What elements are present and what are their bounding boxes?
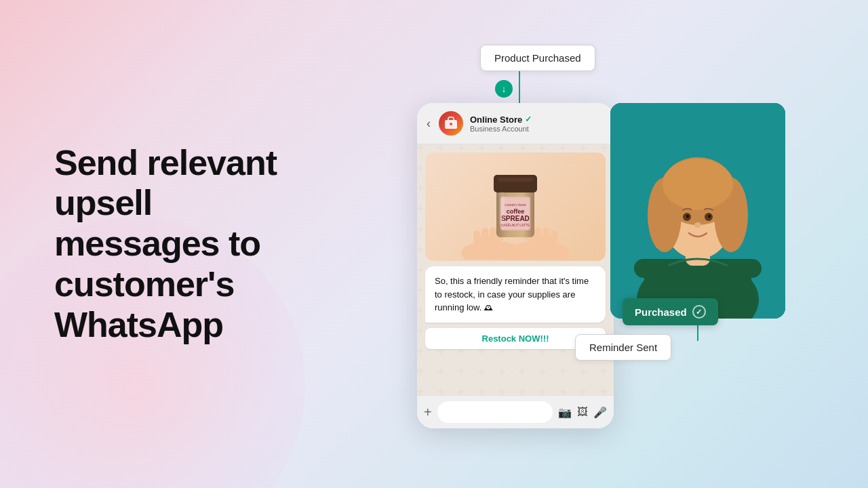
trigger-node-label: Product Purchased <box>494 52 581 64</box>
svg-text:country bean: country bean <box>505 203 526 207</box>
headline-line3: customer's WhatsApp <box>54 264 234 344</box>
svg-rect-15 <box>481 228 488 240</box>
store-avatar <box>439 111 463 136</box>
reminder-sent-node: Reminder Sent <box>575 334 671 361</box>
image-icon[interactable]: 🖼 <box>577 406 588 419</box>
headline-line2: messages to <box>54 224 260 263</box>
svg-rect-16 <box>490 227 496 239</box>
svg-text:HAZELNUT LATTE: HAZELNUT LATTE <box>501 223 531 227</box>
trigger-node: Product Purchased <box>480 45 595 71</box>
phone-mockup: ‹ Online Store ✓ Busines <box>417 103 614 428</box>
message-text: So, this a friendly reminder that it's t… <box>435 276 589 312</box>
svg-rect-24 <box>494 175 537 192</box>
svg-rect-38 <box>648 271 748 286</box>
right-section: Product Purchased ↓ ‹ <box>353 0 868 488</box>
headline-line1: Send relevant upsell <box>54 143 277 223</box>
svg-text:coffee: coffee <box>507 208 525 215</box>
left-section: Send relevant upsell messages to custome… <box>0 102 353 386</box>
svg-point-9 <box>450 123 452 125</box>
svg-rect-20 <box>542 228 549 240</box>
verified-icon: ✓ <box>525 115 532 124</box>
main-container: Send relevant upsell messages to custome… <box>0 0 868 488</box>
product-image-card: country bean coffee SPREAD HAZELNUT LATT… <box>425 152 606 261</box>
add-icon[interactable]: + <box>424 405 432 420</box>
restock-cta-label: Restock NOW!!! <box>482 333 549 344</box>
arrow-down-icon: ↓ <box>495 80 513 98</box>
whatsapp-input-bar: + 📷 🖼 🎤 <box>417 395 614 428</box>
product-image-placeholder: country bean coffee SPREAD HAZELNUT LATT… <box>425 152 606 261</box>
person-illustration <box>610 103 785 319</box>
message-bubble: So, this a friendly reminder that it's t… <box>425 266 606 323</box>
business-account-label: Business Account <box>470 125 604 133</box>
svg-rect-19 <box>534 227 541 239</box>
camera-icon[interactable]: 📷 <box>558 406 572 419</box>
mic-icon[interactable]: 🎤 <box>593 406 607 419</box>
check-circle-icon: ✓ <box>692 305 706 319</box>
back-icon: ‹ <box>427 117 431 131</box>
svg-point-47 <box>686 215 689 218</box>
store-info: Online Store ✓ Business Account <box>470 115 604 133</box>
input-icons: 📷 🖼 🎤 <box>558 406 607 419</box>
svg-rect-32 <box>499 192 505 226</box>
svg-point-49 <box>694 222 701 228</box>
purchased-label: Purchased <box>635 306 687 318</box>
person-photo-inner <box>610 103 785 319</box>
person-photo <box>610 103 785 319</box>
svg-rect-14 <box>473 230 480 243</box>
message-input[interactable] <box>437 401 553 423</box>
store-name: Online Store ✓ <box>470 115 604 125</box>
svg-point-44 <box>663 159 733 210</box>
svg-text:SPREAD: SPREAD <box>501 215 530 222</box>
svg-point-48 <box>708 215 711 218</box>
reminder-sent-label: Reminder Sent <box>589 342 657 353</box>
whatsapp-header: ‹ Online Store ✓ Busines <box>417 103 614 144</box>
product-illustration: country bean coffee SPREAD HAZELNUT LATT… <box>454 155 576 260</box>
main-headline: Send relevant upsell messages to custome… <box>54 143 298 346</box>
purchased-badge: Purchased ✓ <box>623 298 718 325</box>
svg-rect-25 <box>498 178 533 182</box>
svg-rect-21 <box>551 230 557 243</box>
